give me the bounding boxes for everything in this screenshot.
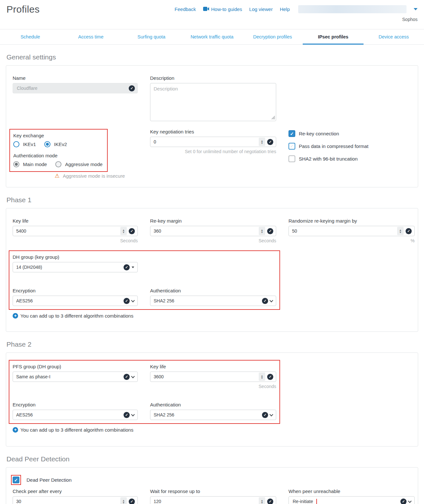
sha2-truncation-checkbox[interactable]: [288, 155, 295, 162]
rekey-connection-checkbox[interactable]: [288, 130, 295, 137]
radio-ikev1-label: IKEv1: [23, 142, 36, 147]
tab-access-time[interactable]: Access time: [60, 29, 121, 44]
description-label: Description: [150, 75, 276, 81]
valid-check-badge-icon: [406, 228, 412, 234]
tab-ipsec-profiles[interactable]: IPsec profiles: [303, 29, 363, 44]
dpd-when-unreachable-select[interactable]: Re-initiate: [288, 496, 415, 504]
add-combination-icon[interactable]: [13, 427, 18, 433]
p2-key-life-block: Key life 3600 Seconds: [150, 364, 276, 389]
dropdown-triangle-icon: [132, 267, 134, 268]
p1-key-life-input[interactable]: 5400: [13, 226, 138, 236]
p2-key-life-unit: Seconds: [150, 384, 276, 389]
log-viewer-link[interactable]: Log viewer: [249, 6, 273, 12]
radio-ikev1[interactable]: [13, 141, 19, 147]
feedback-label: Feedback: [175, 6, 196, 12]
p1-authentication-select[interactable]: SHA2 256: [150, 296, 276, 306]
p1-key-life-block: Key life 5400 Seconds: [13, 218, 138, 243]
tab-schedule[interactable]: Schedule: [0, 29, 60, 44]
p1-dh-group-label: DH group (key group): [13, 254, 138, 260]
p1-algorithms-highlight-box: DH group (key group) 14 (DH2048) Encrypt…: [9, 250, 280, 310]
key-negotiation-input[interactable]: 0: [150, 137, 276, 147]
key-exchange-block: Key exchange IKEv1 IKEv2 Authentication …: [13, 129, 138, 179]
phase2-heading: Phase 2: [6, 341, 418, 348]
log-viewer-label: Log viewer: [249, 6, 273, 12]
header-nav: Feedback How-to guides Log viewer Help: [175, 5, 418, 13]
p1-rekey-margin-value: 360: [154, 228, 257, 234]
tab-surfing-quota[interactable]: Surfing quota: [121, 29, 182, 44]
p1-rekey-margin-unit: Seconds: [150, 238, 276, 243]
p1-encryption-block: Encryption AES256: [13, 288, 138, 306]
add-combination-icon[interactable]: [13, 313, 18, 319]
number-stepper-icon[interactable]: [259, 373, 265, 381]
dpd-check-peer-value: 30: [16, 499, 118, 504]
tab-decryption-profiles[interactable]: Decryption profiles: [242, 29, 303, 44]
p1-authentication-block: Authentication SHA2 256: [150, 288, 276, 306]
number-stepper-icon[interactable]: [259, 138, 265, 146]
tab-device-access[interactable]: Device access: [364, 29, 424, 44]
valid-check-badge-icon: [267, 228, 273, 234]
general-settings-panel: Name Description Key exchange: [6, 65, 418, 187]
name-input[interactable]: [13, 83, 138, 93]
dpd-when-unreachable-block: When peer unreachable Re-initiate: [288, 488, 415, 504]
p1-rekey-margin-input[interactable]: 360: [150, 226, 276, 236]
account-selector[interactable]: [298, 5, 407, 13]
description-textarea[interactable]: [150, 83, 276, 121]
p2-add-note: You can add up to 3 different algorithm …: [20, 427, 133, 433]
radio-main-mode[interactable]: [13, 161, 19, 167]
p1-randomize-label: Randomize re-keying margin by: [288, 218, 415, 224]
number-stepper-icon[interactable]: [120, 227, 127, 235]
valid-check-badge-icon: [400, 499, 407, 504]
how-to-guides-link[interactable]: How-to guides: [203, 6, 242, 12]
chevron-down-icon: [131, 413, 135, 416]
general-checkboxes: Re-key connection Pass data in compresse…: [288, 129, 415, 179]
p1-dh-group-select[interactable]: 14 (DH2048): [13, 262, 138, 272]
radio-ikev2[interactable]: [44, 141, 50, 147]
valid-check-badge-icon: [267, 139, 273, 145]
p2-encryption-select[interactable]: AES256: [13, 410, 138, 420]
valid-check-badge-icon: [267, 374, 273, 380]
radio-aggressive-mode[interactable]: [55, 161, 61, 167]
number-stepper-icon[interactable]: [120, 497, 127, 504]
number-stepper-icon[interactable]: [397, 227, 404, 235]
p1-encryption-value: AES256: [16, 298, 122, 303]
radio-main-mode-label: Main mode: [23, 162, 47, 167]
p2-authentication-block: Authentication SHA2 256: [150, 402, 276, 420]
dpd-enable-checkbox[interactable]: [13, 477, 19, 483]
sha2-truncation-label: SHA2 with 96-bit truncation: [299, 156, 358, 162]
video-icon: [203, 6, 209, 12]
p2-authentication-label: Authentication: [150, 402, 276, 407]
dpd-heading: Dead Peer Detection: [6, 455, 418, 463]
radio-ikev2-label: IKEv2: [54, 142, 67, 147]
compressed-format-checkbox[interactable]: [288, 143, 295, 150]
p1-add-note: You can add up to 3 different algorithm …: [20, 313, 133, 319]
dpd-check-peer-input[interactable]: 30: [13, 496, 138, 504]
dpd-wait-response-input[interactable]: 120: [150, 496, 276, 504]
number-stepper-icon[interactable]: [259, 497, 265, 504]
p2-encryption-value: AES256: [16, 412, 122, 417]
feedback-link[interactable]: Feedback: [175, 6, 196, 12]
dpd-when-unreachable-label: When peer unreachable: [288, 488, 415, 494]
p2-key-life-label: Key life: [150, 364, 276, 369]
tab-network-traffic-quota[interactable]: Network traffic quota: [182, 29, 242, 44]
reinitiate-highlight-box: Re-initiate: [292, 499, 317, 504]
p2-authentication-select[interactable]: SHA2 256: [150, 410, 276, 420]
p2-pfs-group-select[interactable]: Same as phase-I: [13, 372, 138, 382]
p1-randomize-input[interactable]: 50: [288, 226, 415, 236]
page-title: Profiles: [6, 3, 39, 15]
p2-algorithms-highlight-box: PFS group (DH group) Same as phase-I Key…: [9, 360, 280, 424]
valid-check-badge-icon: [124, 374, 130, 380]
p1-rekey-margin-label: Re-key margin: [150, 218, 276, 224]
caret-down-icon[interactable]: [414, 8, 418, 10]
number-stepper-icon[interactable]: [259, 227, 265, 235]
radio-aggressive-mode-label: Aggressive mode: [65, 162, 103, 167]
p1-rekey-margin-block: Re-key margin 360 Seconds: [150, 218, 276, 243]
name-label: Name: [13, 75, 138, 81]
dpd-checkbox-highlight-box: [11, 475, 21, 485]
p2-pfs-group-block: PFS group (DH group) Same as phase-I: [13, 364, 138, 389]
help-link[interactable]: Help: [280, 6, 290, 12]
p1-encryption-select[interactable]: AES256: [13, 296, 138, 306]
key-negotiation-value: 0: [154, 139, 257, 144]
p1-randomize-block: Randomize re-keying margin by 50 %: [288, 218, 415, 243]
p1-encryption-label: Encryption: [13, 288, 138, 293]
p2-key-life-input[interactable]: 3600: [150, 372, 276, 382]
